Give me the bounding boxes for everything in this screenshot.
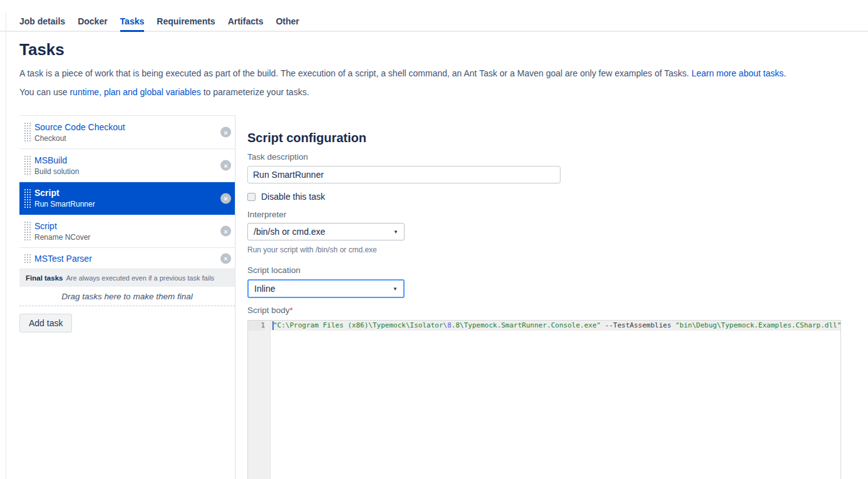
vars-suffix: to parameterize your tasks. [201,87,309,97]
task-subtitle: Rename NCover [34,232,90,242]
disable-task-checkbox[interactable] [247,193,256,201]
tab-job-details[interactable]: Job details [19,16,65,31]
task-list-item[interactable]: Source Code CheckoutCheckout× [19,116,235,149]
task-title: Script [34,220,90,232]
task-list-item[interactable]: MSBuildBuild solution× [19,149,235,182]
drag-handle-icon[interactable] [24,254,31,264]
task-text: ScriptRun SmartRunner [34,187,95,209]
task-list-item[interactable]: ScriptRun SmartRunner× [19,182,235,215]
main-area: Source Code CheckoutCheckout×MSBuildBuil… [0,115,868,479]
column-divider [235,115,235,479]
remove-task-button[interactable]: × [220,253,231,264]
tab-bar: Job detailsDockerTasksRequirementsArtifa… [0,0,868,32]
remove-task-button[interactable]: × [220,193,231,203]
task-list-item[interactable]: ScriptRename NCover× [19,215,235,248]
chevron-down-icon: ▼ [393,286,398,292]
disable-task-row[interactable]: Disable this task [247,192,855,202]
task-subtitle: Build solution [34,167,79,177]
task-title: Source Code Checkout [34,121,125,133]
final-tasks-drop-target[interactable]: Drag tasks here to make them final [19,287,235,306]
code-line: "C:\Program Files (x86)\Typemock\Isolato… [271,321,840,331]
drag-handle-icon[interactable] [24,155,31,175]
tab-other[interactable]: Other [276,16,299,31]
task-text: ScriptRename NCover [34,220,90,242]
final-tasks-bar: Final tasks Are always executed even if … [19,269,235,287]
page-title: Tasks [19,40,868,59]
task-text: MSBuildBuild solution [34,155,79,177]
chevron-down-icon: ▼ [393,229,398,235]
code-token: "bin\Debug\Typemock.Examples.CSharp.dll" [675,321,840,329]
remove-task-button[interactable]: × [220,160,231,171]
add-task-button[interactable]: Add task [19,314,72,332]
script-location-select[interactable]: Inline ▼ [247,279,405,298]
task-list-item[interactable]: MSTest Parser× [19,248,235,269]
interpreter-help-text: Run your script with /bin/sh or cmd.exe [247,246,855,254]
final-tasks-label: Final tasks [26,274,63,282]
disable-task-label: Disable this task [261,192,325,202]
code-token: .8\Typemock.SmartRunner.Console.exe" [452,321,601,329]
code-token: --TestAssemblies [605,321,671,329]
drag-handle-icon[interactable] [24,188,31,209]
code-token [601,321,605,329]
final-tasks-description: Are always executed even if a previous t… [66,274,214,282]
variables-paragraph: You can use runtime, plan and global var… [19,86,868,98]
task-title: MSBuild [34,155,79,166]
remove-task-button[interactable]: × [220,226,231,237]
code-token: \8 [443,321,452,329]
code-editor: 1 "C:\Program Files (x86)\Typemock\Isola… [247,320,841,479]
code-token: "C:\Program Files (x86)\Typemock\Isolato… [273,321,443,329]
variables-link[interactable]: runtime, plan and global variables [70,87,200,97]
task-description-label: Task description [247,152,855,162]
drag-handle-icon[interactable] [24,122,31,142]
learn-more-link[interactable]: Learn more about tasks. [691,68,786,78]
remove-task-button[interactable]: × [220,127,231,138]
required-asterisk: * [290,306,293,315]
intro-paragraph: A task is a piece of work that is being … [19,67,868,80]
tab-requirements[interactable]: Requirements [157,16,215,31]
text-cursor [272,321,274,330]
tab-artifacts[interactable]: Artifacts [228,16,264,31]
task-list: Source Code CheckoutCheckout×MSBuildBuil… [19,115,235,269]
config-heading: Script configuration [247,130,855,146]
task-text: MSTest Parser [34,253,92,264]
task-text: Source Code CheckoutCheckout [34,121,125,143]
script-location-label: Script location [247,265,855,275]
tab-bar-inner: Job detailsDockerTasksRequirementsArtifa… [19,16,868,31]
task-list-panel: Source Code CheckoutCheckout×MSBuildBuil… [19,115,235,332]
tab-tasks[interactable]: Tasks [120,16,145,31]
task-subtitle: Run SmartRunner [34,199,95,209]
task-title: Script [34,187,95,198]
vars-prefix: You can use [19,87,70,97]
tab-docker[interactable]: Docker [78,16,107,31]
intro-text: A task is a piece of work that is being … [19,68,691,78]
drag-handle-icon[interactable] [24,221,31,241]
task-subtitle: Checkout [34,133,125,143]
task-title: MSTest Parser [34,253,92,264]
interpreter-label: Interpreter [247,210,855,219]
line-number: 1 [248,321,265,331]
script-config-panel: Script configuration Task description Di… [247,115,855,479]
script-body-label: Script body* [247,306,855,315]
task-description-input[interactable] [247,166,561,183]
editor-gutter: 1 [248,321,271,479]
page-header: Tasks A task is a piece of work that is … [0,40,868,98]
script-location-selected-value: Inline [254,284,275,294]
code-editor-textarea[interactable]: "C:\Program Files (x86)\Typemock\Isolato… [271,321,840,479]
script-body-label-text: Script body [247,306,290,315]
interpreter-select[interactable]: /bin/sh or cmd.exe ▼ [247,223,405,240]
interpreter-selected-value: /bin/sh or cmd.exe [254,227,325,237]
